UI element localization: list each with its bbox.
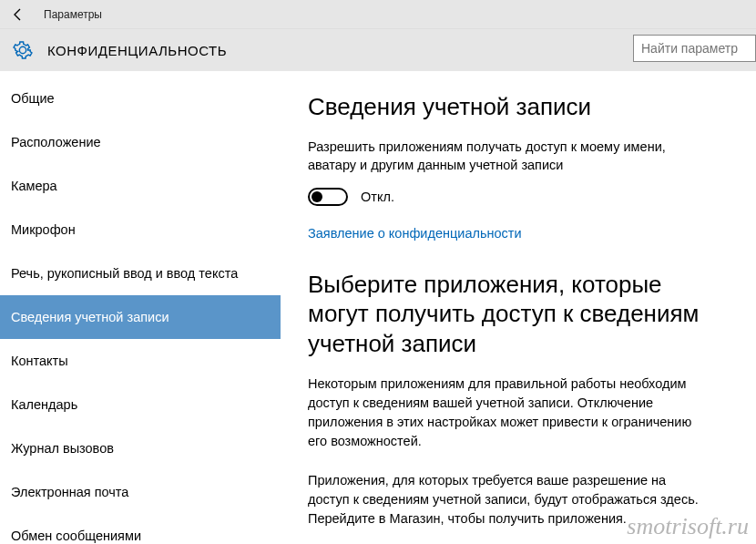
sidebar-item-label: Камера: [11, 179, 57, 193]
search-input[interactable]: [633, 35, 756, 62]
sidebar-item-camera[interactable]: Камера: [0, 164, 281, 208]
account-access-toggle[interactable]: [308, 188, 348, 206]
titlebar: Параметры: [0, 0, 756, 29]
apps-paragraph-1: Некоторым приложениям для правильной раб…: [308, 375, 709, 451]
sidebar-item-label: Обмен сообщениями: [11, 529, 141, 543]
sidebar-item-speech[interactable]: Речь, рукописный ввод и ввод текста: [0, 251, 281, 295]
section-title-apps: Выберите приложения, которые могут получ…: [308, 270, 709, 359]
sidebar-item-label: Календарь: [11, 397, 77, 412]
sidebar-item-account-info[interactable]: Сведения учетной записи: [0, 295, 281, 339]
sidebar-item-calendar[interactable]: Календарь: [0, 383, 281, 426]
sidebar-item-messaging[interactable]: Обмен сообщениями: [0, 514, 281, 544]
sidebar: Общие Расположение Камера Микрофон Речь,…: [0, 71, 281, 544]
gear-icon: [13, 40, 33, 60]
toggle-row: Откл.: [308, 188, 729, 206]
sidebar-item-label: Речь, рукописный ввод и ввод текста: [11, 266, 238, 281]
apps-paragraph-2: Приложения, для которых требуется ваше р…: [308, 471, 709, 529]
sidebar-item-call-history[interactable]: Журнал вызовов: [0, 426, 281, 470]
sidebar-item-location[interactable]: Расположение: [0, 120, 281, 164]
sidebar-item-label: Электронная почта: [11, 485, 128, 499]
content: Сведения учетной записи Разрешить прилож…: [281, 71, 756, 544]
header: КОНФИДЕНЦИАЛЬНОСТЬ: [0, 29, 756, 71]
arrow-left-icon: [11, 7, 26, 22]
window-title: Параметры: [38, 8, 102, 21]
sidebar-item-label: Контакты: [11, 354, 68, 368]
privacy-statement-link[interactable]: Заявление о конфиденциальности: [308, 226, 522, 241]
sidebar-item-label: Расположение: [11, 135, 101, 149]
sidebar-item-label: Сведения учетной записи: [11, 310, 169, 324]
back-button[interactable]: [7, 4, 29, 26]
sidebar-item-microphone[interactable]: Микрофон: [0, 208, 281, 251]
permission-description: Разрешить приложениям получать доступ к …: [308, 138, 709, 175]
sidebar-item-general[interactable]: Общие: [0, 77, 281, 120]
main: Общие Расположение Камера Микрофон Речь,…: [0, 71, 756, 544]
section-title: Сведения учетной записи: [308, 93, 729, 121]
toggle-state-label: Откл.: [361, 190, 394, 204]
toggle-knob: [312, 191, 322, 202]
sidebar-item-label: Микрофон: [11, 222, 76, 237]
sidebar-item-label: Журнал вызовов: [11, 441, 114, 456]
sidebar-item-label: Общие: [11, 91, 55, 106]
sidebar-item-email[interactable]: Электронная почта: [0, 470, 281, 514]
sidebar-item-contacts[interactable]: Контакты: [0, 339, 281, 383]
page-title: КОНФИДЕНЦИАЛЬНОСТЬ: [47, 43, 227, 58]
